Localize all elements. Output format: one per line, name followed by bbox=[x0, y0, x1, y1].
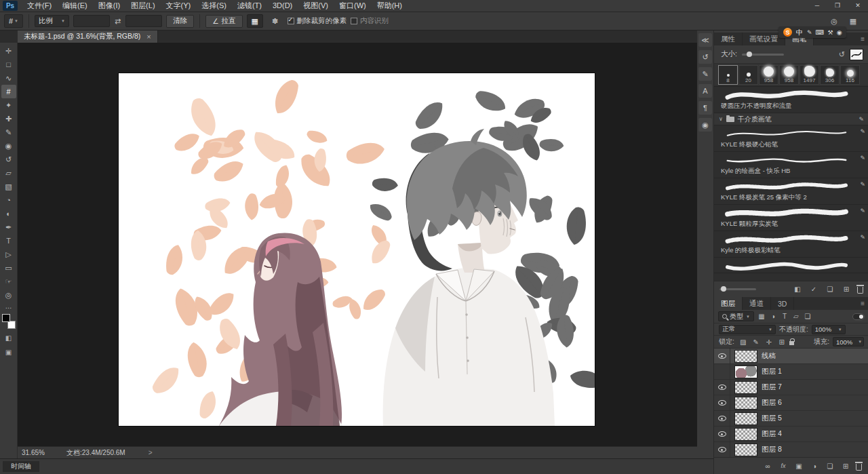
lock-position-icon[interactable]: ✛ bbox=[764, 337, 774, 347]
pen-tool[interactable]: ✒ bbox=[1, 220, 16, 234]
layer-row-图层 6[interactable]: 图层 6 bbox=[714, 395, 868, 411]
lock-transparency-icon[interactable]: ▨ bbox=[738, 337, 749, 347]
menu-窗口(W)[interactable]: 窗口(W) bbox=[334, 0, 372, 12]
layer-filter-toggle[interactable] bbox=[852, 313, 865, 320]
brush-stroke-preview-icon[interactable]: ◧ bbox=[792, 284, 803, 294]
filter-type-layers-icon[interactable]: T bbox=[779, 311, 790, 321]
layer-row-图层 8[interactable]: 图层 8 bbox=[714, 442, 868, 458]
crop-tool[interactable]: # bbox=[1, 85, 16, 98]
eyedropper-tool[interactable]: ✦ bbox=[1, 98, 16, 112]
visibility-eye-icon[interactable] bbox=[714, 411, 730, 426]
menu-3D(D)[interactable]: 3D(D) bbox=[267, 0, 298, 12]
filter-pixel-layers-icon[interactable]: ▦ bbox=[756, 311, 767, 321]
brush-tip-306[interactable]: 306 bbox=[820, 65, 840, 85]
visibility-eye-icon[interactable] bbox=[714, 395, 730, 410]
move-tool[interactable]: ✛ bbox=[1, 44, 16, 58]
menu-选择(S)[interactable]: 选择(S) bbox=[196, 0, 232, 12]
eraser-tool[interactable]: ▱ bbox=[1, 166, 16, 180]
lock-pixels-icon[interactable]: ✎ bbox=[751, 337, 762, 347]
fill-select[interactable]: 100% ▼ bbox=[833, 337, 864, 347]
character-icon[interactable]: A bbox=[698, 84, 712, 98]
edit-toolbar-ellipsis-icon[interactable]: … bbox=[5, 302, 12, 310]
document-canvas[interactable] bbox=[119, 73, 595, 426]
ime-pen-icon[interactable]: ✎ bbox=[807, 29, 812, 36]
brush-tip-8[interactable]: 8 bbox=[718, 65, 738, 85]
menu-图像(I)[interactable]: 图像(I) bbox=[93, 0, 125, 12]
new-layer-icon[interactable]: ⊞ bbox=[840, 461, 851, 471]
type-tool[interactable]: T bbox=[1, 234, 16, 248]
filter-smart-objects-icon[interactable]: ❏ bbox=[802, 311, 813, 321]
marquee-tool[interactable]: □ bbox=[1, 58, 16, 71]
filter-adjustment-layers-icon[interactable]: ◑ bbox=[768, 311, 778, 321]
brush-tip-20[interactable]: 20 bbox=[738, 65, 758, 85]
status-chevron-icon[interactable]: > bbox=[125, 449, 153, 456]
crop-height-input[interactable] bbox=[125, 15, 162, 27]
new-brush-group-icon[interactable]: ❏ bbox=[825, 284, 835, 294]
maximize-button[interactable]: ❐ bbox=[827, 0, 848, 12]
layer-row-图层 1[interactable]: 图层 1 bbox=[714, 364, 868, 380]
layer-row-图层 4[interactable]: 图层 4 bbox=[714, 427, 868, 442]
menu-滤镜(T)[interactable]: 滤镜(T) bbox=[232, 0, 267, 12]
dodge-tool[interactable]: ◐ bbox=[1, 207, 16, 220]
search-icon[interactable]: ◎ bbox=[826, 14, 842, 28]
menu-文件(F)[interactable]: 文件(F) bbox=[22, 0, 57, 12]
canvas-pasteboard[interactable] bbox=[18, 43, 697, 446]
notes-icon[interactable]: ✎ bbox=[698, 67, 712, 81]
layer-thumbnail[interactable] bbox=[734, 428, 757, 441]
live-tip-preview-icon[interactable]: ✓ bbox=[808, 284, 819, 294]
brush-folder-干介质画笔[interactable]: ∨干介质画笔✎ bbox=[714, 113, 868, 125]
menu-帮助(H)[interactable]: 帮助(H) bbox=[372, 0, 408, 12]
clone-stamp-tool[interactable]: ◉ bbox=[1, 139, 16, 153]
menu-编辑(E)[interactable]: 编辑(E) bbox=[57, 0, 93, 12]
paragraph-icon[interactable]: ¶ bbox=[698, 101, 712, 115]
layer-row-图层 5[interactable]: 图层 5 bbox=[714, 411, 868, 427]
ime-toolbox-icon[interactable]: ⚒ bbox=[828, 29, 833, 36]
layer-filter-kind-select[interactable]: 类型 ▼ bbox=[718, 311, 754, 321]
menu-文字(Y)[interactable]: 文字(Y) bbox=[161, 0, 197, 12]
timeline-tab[interactable]: 时间轴 bbox=[3, 461, 39, 472]
lock-all-icon[interactable] bbox=[789, 341, 794, 345]
brush-tip-958[interactable]: 958 bbox=[779, 65, 799, 85]
gradient-tool[interactable]: ▧ bbox=[1, 180, 16, 193]
quick-mask-icon[interactable]: ◧ bbox=[1, 332, 16, 343]
swap-dimensions-icon[interactable]: ⇄ bbox=[114, 17, 121, 26]
crop-width-input[interactable] bbox=[73, 15, 110, 27]
crop-ratio-select[interactable]: 比例 ▼ bbox=[35, 15, 69, 27]
delete-layer-icon[interactable] bbox=[856, 464, 862, 471]
visibility-eye-icon[interactable] bbox=[714, 349, 730, 363]
straighten-button[interactable]: ∠拉直 bbox=[205, 15, 242, 28]
ime-language-indicator[interactable]: 中 bbox=[796, 28, 803, 37]
menu-图层(L)[interactable]: 图层(L) bbox=[125, 0, 160, 12]
opacity-select[interactable]: 100% ▼ bbox=[812, 325, 846, 334]
crop-settings-gear-icon[interactable]: ✽ bbox=[267, 14, 283, 28]
brush-item[interactable]: ✎Kyle 的终极极彩蜡笔 bbox=[714, 231, 868, 258]
layer-thumbnail[interactable] bbox=[734, 350, 757, 363]
ime-keyboard-icon[interactable]: ⌨ bbox=[816, 29, 825, 36]
expand-panels-icon[interactable]: ≪ bbox=[698, 33, 712, 47]
history-icon[interactable]: ↺ bbox=[698, 50, 712, 64]
layers-tab-3D[interactable]: 3D bbox=[771, 297, 794, 310]
brush-tip-1497[interactable]: 1497 bbox=[800, 65, 819, 85]
layer-row-图层 7[interactable]: 图层 7 bbox=[714, 380, 868, 395]
crop-tool-preset-icon[interactable]: #▼ bbox=[4, 14, 23, 28]
layers-panel-menu-icon[interactable]: ≡ bbox=[856, 297, 868, 310]
new-adjustment-layer-icon[interactable]: ◑ bbox=[809, 461, 820, 471]
ime-settings-icon[interactable]: ◉ bbox=[837, 29, 842, 36]
close-button[interactable]: ✕ bbox=[848, 0, 868, 12]
screen-mode-icon[interactable]: ▣ bbox=[1, 347, 16, 357]
reset-size-icon[interactable]: ↺ bbox=[839, 50, 845, 59]
content-aware-checkbox[interactable]: 内容识别 bbox=[351, 16, 389, 26]
lasso-tool[interactable]: ∿ bbox=[1, 71, 16, 85]
layers-tab-通道[interactable]: 通道 bbox=[743, 297, 771, 310]
sogou-ime-icon[interactable]: S bbox=[783, 28, 792, 37]
brushes-tab-属性[interactable]: 属性 bbox=[714, 33, 743, 45]
layer-thumbnail[interactable] bbox=[734, 397, 757, 410]
brush-item[interactable]: ✎KYLE 终极硬心铅笔 bbox=[714, 125, 868, 152]
properties-icon[interactable]: ◉ bbox=[698, 118, 712, 132]
brush-tip-958[interactable]: 958 bbox=[759, 65, 778, 85]
layer-row-线稿[interactable]: 线稿 bbox=[714, 349, 868, 364]
brush-footer-slider[interactable] bbox=[719, 288, 756, 290]
path-selection-tool[interactable]: ▷ bbox=[1, 248, 16, 261]
brush-item[interactable] bbox=[714, 258, 868, 273]
foreground-color-swatch[interactable] bbox=[2, 314, 10, 322]
